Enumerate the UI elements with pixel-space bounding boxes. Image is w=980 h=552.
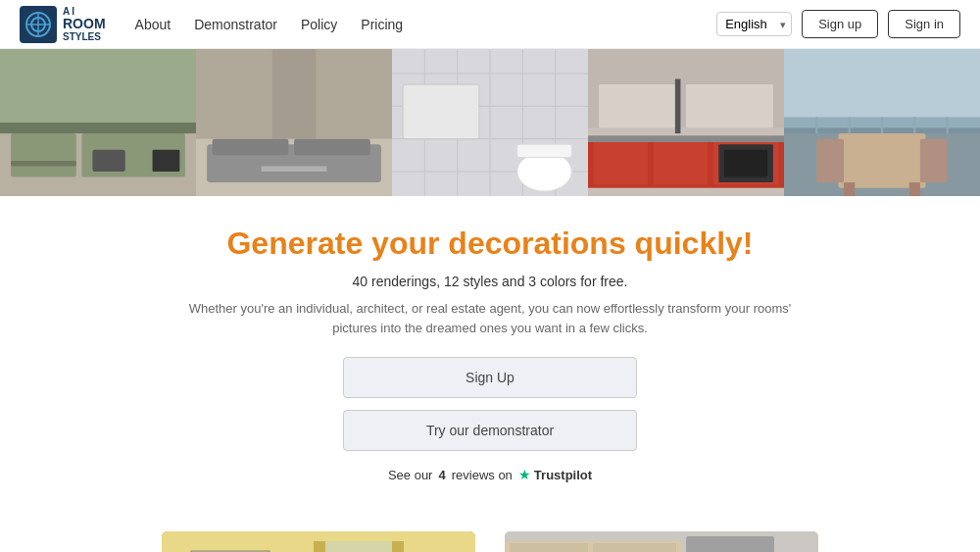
svg-rect-79 bbox=[314, 541, 325, 552]
svg-rect-19 bbox=[272, 49, 316, 139]
main-subtitle: 40 renderings, 12 styles and 3 colors fo… bbox=[20, 274, 960, 289]
nav-links: About Demonstrator Policy Pricing bbox=[135, 17, 717, 32]
svg-rect-50 bbox=[844, 182, 855, 196]
trustpilot-star-icon: ★ bbox=[518, 467, 531, 482]
bottom-image-living-room bbox=[162, 531, 475, 552]
trustpilot-count: 4 bbox=[438, 468, 445, 482]
main-signup-button[interactable]: Sign Up bbox=[343, 357, 637, 398]
language-selector-wrap[interactable]: English French Spanish German bbox=[716, 12, 792, 36]
nav-policy[interactable]: Policy bbox=[301, 17, 337, 32]
hero-room-2 bbox=[196, 49, 392, 196]
main-description: Whether you're an individual, architect,… bbox=[176, 299, 804, 337]
bottom-images bbox=[0, 531, 980, 552]
hero-room-1 bbox=[0, 49, 196, 196]
subtitle-text: 40 renderings, 12 styles and 3 colors fo… bbox=[353, 274, 628, 289]
main-headline: Generate your decorations quickly! bbox=[20, 226, 960, 262]
logo-icon bbox=[20, 6, 57, 43]
svg-rect-78 bbox=[318, 541, 397, 552]
svg-rect-38 bbox=[654, 141, 709, 184]
signup-button[interactable]: Sign up bbox=[802, 10, 878, 38]
nav-demonstrator[interactable]: Demonstrator bbox=[194, 17, 277, 32]
svg-rect-42 bbox=[686, 84, 773, 127]
logo[interactable]: AI ROOM STYLES bbox=[20, 6, 106, 43]
trustpilot-middle: reviews on bbox=[452, 468, 513, 482]
logo-styles: STYLES bbox=[63, 31, 106, 42]
svg-rect-12 bbox=[153, 150, 180, 172]
svg-rect-11 bbox=[92, 150, 124, 172]
trustpilot-prefix: See our bbox=[388, 468, 433, 482]
svg-rect-33 bbox=[403, 84, 479, 139]
svg-rect-47 bbox=[784, 49, 980, 128]
svg-rect-53 bbox=[920, 139, 948, 182]
svg-rect-37 bbox=[594, 141, 649, 184]
nav-about[interactable]: About bbox=[135, 17, 172, 32]
navbar-right: English French Spanish German Sign up Si… bbox=[716, 10, 960, 38]
trustpilot-row: See our 4 reviews on ★ Trustpilot bbox=[20, 467, 960, 482]
hero-room-4 bbox=[588, 49, 784, 196]
svg-rect-43 bbox=[675, 79, 681, 134]
bottom-image-kitchen bbox=[505, 531, 818, 552]
svg-rect-32 bbox=[517, 144, 572, 157]
main-content: Generate your decorations quickly! 40 re… bbox=[0, 196, 980, 531]
svg-rect-41 bbox=[599, 84, 675, 127]
demonstrator-button[interactable]: Try our demonstrator bbox=[343, 410, 637, 451]
signin-button[interactable]: Sign in bbox=[888, 10, 960, 38]
svg-rect-51 bbox=[909, 182, 920, 196]
svg-rect-18 bbox=[262, 166, 327, 172]
hero-room-5 bbox=[784, 49, 980, 196]
hero-strip bbox=[0, 49, 980, 196]
svg-rect-9 bbox=[0, 123, 196, 133]
svg-rect-17 bbox=[294, 139, 370, 156]
svg-rect-49 bbox=[839, 133, 926, 188]
svg-rect-10 bbox=[11, 161, 76, 167]
hero-room-3 bbox=[392, 49, 588, 196]
logo-text: AI ROOM STYLES bbox=[63, 6, 106, 42]
svg-rect-45 bbox=[724, 150, 767, 177]
svg-rect-52 bbox=[816, 139, 844, 182]
nav-pricing[interactable]: Pricing bbox=[361, 17, 403, 32]
language-select[interactable]: English French Spanish German bbox=[716, 12, 792, 36]
svg-rect-85 bbox=[510, 543, 588, 552]
trustpilot-brand: Trustpilot bbox=[534, 468, 592, 482]
navbar: AI ROOM STYLES About Demonstrator Policy… bbox=[0, 0, 980, 49]
svg-rect-16 bbox=[213, 139, 289, 156]
svg-rect-86 bbox=[593, 543, 676, 552]
svg-rect-7 bbox=[11, 133, 76, 176]
svg-rect-40 bbox=[588, 135, 784, 142]
trustpilot-logo: ★ Trustpilot bbox=[518, 467, 592, 482]
logo-room: ROOM bbox=[63, 17, 106, 31]
svg-rect-87 bbox=[686, 536, 774, 552]
svg-rect-80 bbox=[392, 541, 404, 552]
